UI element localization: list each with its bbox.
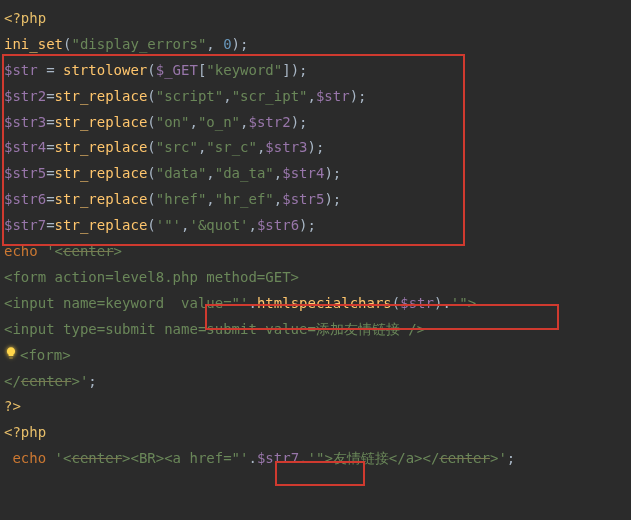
attrs: type=submit name=submit value= xyxy=(55,321,316,337)
dot: . xyxy=(299,450,307,466)
str: "on" xyxy=(156,114,190,130)
input-tag: input xyxy=(12,295,54,311)
echo: echo xyxy=(4,243,46,259)
php-close-tag: ?> xyxy=(4,398,21,414)
close: ]); xyxy=(282,62,307,78)
code-line-5: $str3=str_replace("on","o_n",$str2); xyxy=(4,110,627,136)
center-tag: center xyxy=(63,243,114,259)
code-line-8: $str6=str_replace("href","hr_ef",$str5); xyxy=(4,187,627,213)
code-line-1: <?php xyxy=(4,6,627,32)
semi: ; xyxy=(88,373,96,389)
lt: < xyxy=(55,243,63,259)
comma: , xyxy=(206,36,223,52)
fn: str_replace xyxy=(55,114,148,130)
close: ); xyxy=(232,36,249,52)
var: $str5 xyxy=(282,191,324,207)
code-line-17: <?php xyxy=(4,420,627,446)
var: $str2 xyxy=(4,88,46,104)
dot: . xyxy=(248,295,256,311)
code-line-15: </center>'; xyxy=(4,369,627,395)
var: $str6 xyxy=(4,191,46,207)
code-line-14: <form> xyxy=(4,343,627,369)
attr: name=keyword xyxy=(55,295,181,311)
var: $str7 xyxy=(4,217,46,233)
var: $str4 xyxy=(4,139,46,155)
form-tag: form xyxy=(12,269,46,285)
code-line-13: <input type=submit name=submit value=添加友… xyxy=(4,317,627,343)
code-line-18: echo '<center><BR><a href="'.$str7.'">友情… xyxy=(4,446,627,472)
txt: ><BR><a href=" xyxy=(122,450,240,466)
str: "scr_ipt" xyxy=(232,88,308,104)
code-line-2: ini_set("display_errors", 0); xyxy=(4,32,627,58)
q: ' xyxy=(451,295,459,311)
echo: echo xyxy=(4,450,55,466)
code-line-3: $str = strtolower($_GET["keyword"]); xyxy=(4,58,627,84)
str: "sr_c" xyxy=(206,139,257,155)
var: $str6 xyxy=(257,217,299,233)
code-line-6: $str4=str_replace("src","sr_c",$str3); xyxy=(4,135,627,161)
code-line-12: <input name=keyword value="'.htmlspecial… xyxy=(4,291,627,317)
var: $str3 xyxy=(4,114,46,130)
attrs: action=level8.php method=GET> xyxy=(46,269,299,285)
fn: str_replace xyxy=(55,191,148,207)
center-tag: center xyxy=(21,373,72,389)
lightbulb-icon[interactable] xyxy=(4,343,18,369)
semi: ; xyxy=(507,450,515,466)
str: "href" xyxy=(156,191,207,207)
end: /> xyxy=(400,321,425,337)
dot: . xyxy=(442,295,450,311)
var: $str xyxy=(400,295,434,311)
fn: str_replace xyxy=(55,217,148,233)
q: ' xyxy=(308,450,316,466)
code-line-9: $str7=str_replace('"','&quot',$str6); xyxy=(4,213,627,239)
code-line-11: <form action=level8.php method=GET> xyxy=(4,265,627,291)
txt: "> xyxy=(316,450,333,466)
q: ' xyxy=(498,450,506,466)
eq: = xyxy=(38,62,63,78)
code-line-16: ?> xyxy=(4,394,627,420)
lt: </ xyxy=(4,373,21,389)
fn-ini-set: ini_set xyxy=(4,36,63,52)
var: $str7 xyxy=(257,450,299,466)
form-tag: form xyxy=(28,347,62,363)
gt: > xyxy=(71,373,79,389)
fn: str_replace xyxy=(55,88,148,104)
attr: value=" xyxy=(181,295,240,311)
gt: > xyxy=(468,295,476,311)
center-tag: center xyxy=(439,450,490,466)
num: 0 xyxy=(223,36,231,52)
str: "da_ta" xyxy=(215,165,274,181)
php-open-tag: <?php xyxy=(4,10,46,26)
fn: str_replace xyxy=(55,165,148,181)
str: "keyword" xyxy=(206,62,282,78)
str: '&quot' xyxy=(189,217,248,233)
fn: htmlspecialchars xyxy=(257,295,392,311)
var: $str5 xyxy=(4,165,46,181)
var-get: $_GET xyxy=(156,62,198,78)
center-tag: center xyxy=(71,450,122,466)
php-open-tag: <?php xyxy=(4,424,46,440)
var: $str2 xyxy=(249,114,291,130)
code-line-4: $str2=str_replace("script","scr_ipt",$st… xyxy=(4,84,627,110)
txt: </a></ xyxy=(389,450,440,466)
str: "hr_ef" xyxy=(215,191,274,207)
var: $str4 xyxy=(282,165,324,181)
code-editor[interactable]: <?php ini_set("display_errors", 0); $str… xyxy=(4,6,627,472)
str: "display_errors" xyxy=(71,36,206,52)
fn: strtolower xyxy=(63,62,147,78)
q: ' xyxy=(55,450,63,466)
input-tag: input xyxy=(12,321,54,337)
var: $str xyxy=(316,88,350,104)
str: "data" xyxy=(156,165,207,181)
dot: . xyxy=(248,450,256,466)
str: "script" xyxy=(156,88,223,104)
str: "o_n" xyxy=(198,114,240,130)
str: "src" xyxy=(156,139,198,155)
code-line-7: $str5=str_replace("data","da_ta",$str4); xyxy=(4,161,627,187)
fn: str_replace xyxy=(55,139,148,155)
q: " xyxy=(459,295,467,311)
cjk-text: 友情链接 xyxy=(333,450,389,466)
var: $str3 xyxy=(265,139,307,155)
code-line-10: echo '<center> xyxy=(4,239,627,265)
q: ' xyxy=(46,243,54,259)
